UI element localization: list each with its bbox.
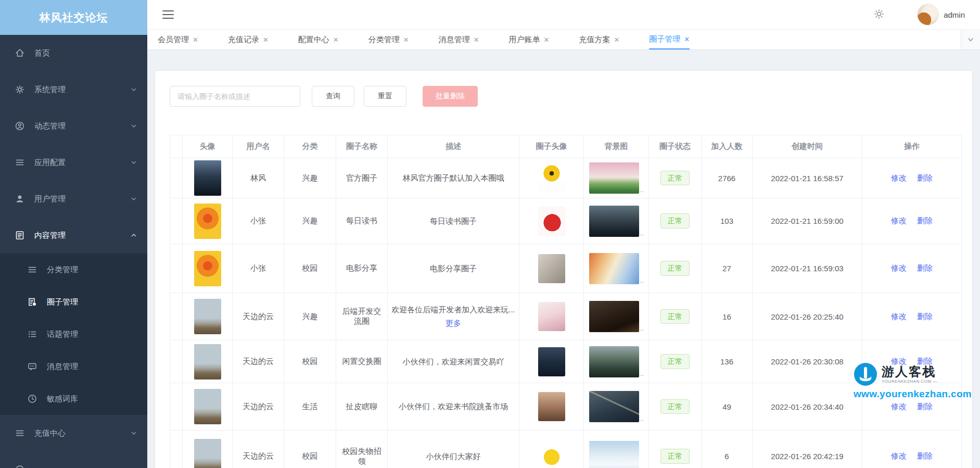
settings-gear-icon[interactable] xyxy=(873,8,885,21)
sidebar-item-partial[interactable] xyxy=(0,451,147,468)
sidebar-collapse-icon[interactable] xyxy=(162,10,174,19)
members-count-cell: 2766 xyxy=(702,158,753,198)
delete-link[interactable]: 删除 xyxy=(917,263,933,272)
clock-icon xyxy=(27,394,37,404)
truncated-text: .. xyxy=(640,370,644,377)
tab-user-bills[interactable]: 用户账单✕ xyxy=(509,30,550,49)
edit-link[interactable]: 修改 xyxy=(891,312,907,321)
page-content: 查询 重置 批量删除 头像 用户名 分 xyxy=(147,50,980,468)
sidebar-item-circle-management[interactable]: 圈子管理 xyxy=(0,286,147,318)
close-icon[interactable]: ✕ xyxy=(684,36,690,43)
category-cell: 校园 xyxy=(284,244,336,293)
sidebar-item-label: 动态管理 xyxy=(34,121,131,131)
background-image xyxy=(589,206,639,237)
reset-button[interactable]: 重置 xyxy=(364,86,406,107)
circle-management-card: 查询 重置 批量删除 头像 用户名 分 xyxy=(155,71,972,468)
tabs-bar: 会员管理✕ 充值记录✕ 配置中心✕ 分类管理✕ 消息管理✕ 用户账单✕ 充值方案… xyxy=(147,30,980,50)
circle-name-cell: 校园失物招领 xyxy=(336,431,388,468)
username-cell: 小张 xyxy=(233,244,284,293)
home-icon xyxy=(15,48,25,58)
table-header-row: 头像 用户名 分类 圈子名称 描述 圈子头像 背景图 圈子状态 加入人数 创建时… xyxy=(170,135,962,158)
sidebar-item-label: 圈子管理 xyxy=(47,297,137,307)
search-input[interactable] xyxy=(170,86,300,107)
table-row: 天边的云 生活 扯皮瞎聊 小伙伴们，欢迎来书院跳蚤市场 .. 正常 49 202… xyxy=(170,383,962,431)
delete-link[interactable]: 删除 xyxy=(917,357,933,365)
close-icon[interactable]: ✕ xyxy=(403,36,409,43)
edit-link[interactable]: 修改 xyxy=(891,402,907,411)
query-button[interactable]: 查询 xyxy=(312,86,354,107)
header-circle-name: 圈子名称 xyxy=(336,135,388,158)
tabs-overflow-button[interactable] xyxy=(961,30,980,49)
circle-icon xyxy=(15,464,25,468)
user-icon xyxy=(15,194,25,204)
chevron-down-icon xyxy=(131,123,137,129)
sidebar-item-home[interactable]: 首页 xyxy=(0,35,147,71)
sidebar-item-label: 消息管理 xyxy=(47,362,137,372)
close-icon[interactable]: ✕ xyxy=(544,36,550,43)
circle-avatar-image xyxy=(538,163,565,193)
tab-label: 充值方案 xyxy=(579,35,610,45)
status-badge: 正常 xyxy=(660,309,690,324)
tab-category-management[interactable]: 分类管理✕ xyxy=(368,30,409,49)
sidebar-item-message-management[interactable]: 消息管理 xyxy=(0,350,147,383)
chevron-down-icon xyxy=(131,196,137,202)
table-row: 天边的云 校园 闲置交换圈 小伙伴们，欢迎来闲置交易吖 .. 正常 136 20… xyxy=(170,340,962,383)
sidebar-item-dynamic-management[interactable]: 动态管理 xyxy=(0,108,147,144)
username-cell: 林风 xyxy=(233,158,284,198)
tab-config-center[interactable]: 配置中心✕ xyxy=(298,30,339,49)
category-cell: 兴趣 xyxy=(284,198,336,244)
sidebar-item-app-config[interactable]: 应用配置 xyxy=(0,144,147,181)
edit-link[interactable]: 修改 xyxy=(891,357,907,365)
tab-member-management[interactable]: 会员管理✕ xyxy=(158,30,198,49)
top-bar: admin xyxy=(147,0,980,30)
tab-recharge-records[interactable]: 充值记录✕ xyxy=(228,30,269,49)
header-background: 背景图 xyxy=(584,135,649,158)
tab-message-management[interactable]: 消息管理✕ xyxy=(439,30,479,49)
members-count-cell: 49 xyxy=(702,383,753,431)
sidebar-item-topic-management[interactable]: 话题管理 xyxy=(0,318,147,350)
header-select xyxy=(170,135,183,158)
delete-link[interactable]: 删除 xyxy=(917,402,933,411)
delete-link[interactable]: 删除 xyxy=(917,451,933,460)
delete-link[interactable]: 删除 xyxy=(917,312,933,321)
edit-link[interactable]: 修改 xyxy=(891,173,907,182)
circle-name-cell: 官方圈子 xyxy=(336,158,388,198)
close-icon[interactable]: ✕ xyxy=(193,36,198,43)
delete-link[interactable]: 删除 xyxy=(917,216,933,225)
tab-label: 分类管理 xyxy=(368,35,400,45)
chevron-up-icon xyxy=(131,232,137,238)
batch-delete-button[interactable]: 批量删除 xyxy=(423,86,478,107)
sidebar-item-sensitive-words[interactable]: 敏感词库 xyxy=(0,383,147,415)
sidebar-item-content-management[interactable]: 内容管理 xyxy=(0,217,147,254)
username-label[interactable]: admin xyxy=(944,10,965,19)
user-avatar[interactable] xyxy=(917,4,939,26)
close-icon[interactable]: ✕ xyxy=(614,36,619,43)
sidebar-item-category-management[interactable]: 分类管理 xyxy=(0,254,147,286)
delete-link[interactable]: 删除 xyxy=(917,173,933,182)
edit-link[interactable]: 修改 xyxy=(891,263,907,272)
close-icon[interactable]: ✕ xyxy=(333,36,339,43)
more-link[interactable]: 更多 xyxy=(446,319,461,327)
close-icon[interactable]: ✕ xyxy=(263,36,269,43)
edit-link[interactable]: 修改 xyxy=(891,451,907,460)
members-count-cell: 16 xyxy=(702,293,753,340)
status-badge: 正常 xyxy=(660,261,690,276)
user-avatar-image xyxy=(194,344,221,380)
edit-link[interactable]: 修改 xyxy=(891,216,907,225)
background-image xyxy=(589,346,639,377)
background-image xyxy=(589,253,639,284)
status-badge: 正常 xyxy=(660,449,690,464)
sidebar-item-system-management[interactable]: 系统管理 xyxy=(0,71,147,108)
circle-name-cell: 扯皮瞎聊 xyxy=(336,383,388,431)
sidebar-item-user-management[interactable]: 用户管理 xyxy=(0,181,147,217)
tab-circle-management[interactable]: 圈子管理✕ xyxy=(649,30,690,49)
truncated-text: .. xyxy=(640,415,644,422)
description-text: 小伙伴们，欢迎来书院跳蚤市场 xyxy=(399,402,508,411)
user-avatar-image xyxy=(194,439,221,468)
circle-name-cell: 每日读书 xyxy=(336,198,388,244)
category-cell: 生活 xyxy=(284,383,336,431)
close-icon[interactable]: ✕ xyxy=(474,36,479,43)
sidebar-item-recharge-center[interactable]: 充值中心 xyxy=(0,415,147,451)
background-image xyxy=(589,391,639,422)
tab-recharge-plans[interactable]: 充值方案✕ xyxy=(579,30,619,49)
